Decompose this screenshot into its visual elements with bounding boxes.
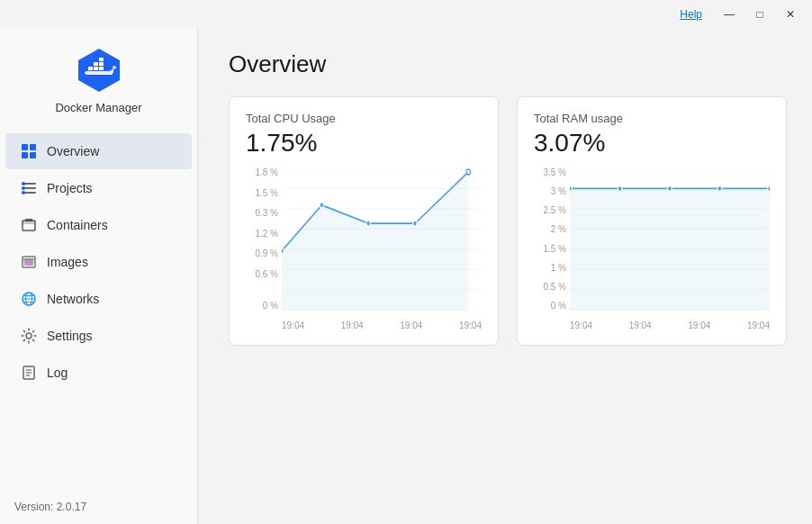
sidebar-item-log[interactable]: Log [5,355,192,391]
main-content: Overview Total CPU Usage 1.75% 1.8 % 1.5… [203,29,812,524]
ram-y-labels: 3.5 % 3 % 2.5 % 2 % 1.5 % 1 % 0.5 % 0 % [534,168,566,311]
ram-y-label-1: 3.5 % [534,168,566,177]
images-icon [20,253,38,271]
svg-marker-43 [282,172,468,311]
svg-rect-6 [99,58,104,61]
log-icon [20,364,38,382]
svg-point-45 [320,203,323,208]
cpu-x-label-4: 19:04 [459,321,482,330]
title-bar-controls: Help — □ ✕ [680,4,805,25]
svg-point-7 [113,66,116,69]
ram-y-label-8: 0 % [534,302,566,311]
cpu-y-label-5: 0.9 % [246,249,278,258]
svg-point-47 [413,221,417,226]
ram-x-labels: 19:04 19:04 19:04 19:04 [570,311,770,330]
sidebar-resize-handle[interactable] [198,29,203,524]
ram-y-label-5: 1.5 % [534,245,566,254]
ram-chart-inner [570,168,770,311]
cpu-y-label-4: 1.2 % [246,230,278,239]
cpu-y-label-8: 0 % [246,302,278,311]
cpu-y-label-6: 0.6 % [246,270,278,279]
svg-point-15 [22,182,25,185]
help-link[interactable]: Help [680,8,702,21]
cpu-x-label-1: 19:04 [282,321,304,330]
ram-chart-title: Total RAM usage [534,112,770,125]
svg-point-44 [282,248,284,254]
svg-rect-3 [99,67,104,70]
docker-logo-icon [76,47,122,94]
svg-marker-57 [570,188,770,311]
cpu-chart-svg [282,168,482,311]
sidebar-item-images[interactable]: Images [5,244,192,280]
cpu-x-label-2: 19:04 [341,321,364,330]
svg-point-59 [618,185,621,191]
cpu-x-labels: 19:04 19:04 19:04 19:04 [282,311,482,330]
svg-point-16 [22,186,25,190]
page-title: Overview [229,50,787,78]
ram-y-label-6: 1 % [534,264,566,273]
svg-rect-2 [94,67,98,70]
sidebar-item-overview[interactable]: Overview [5,133,192,169]
sidebar-networks-label: Networks [47,292,99,306]
maximize-button[interactable]: □ [745,4,774,25]
title-bar: Help — □ ✕ [0,0,812,29]
projects-icon [20,179,38,197]
svg-rect-9 [30,144,36,150]
cpu-chart-inner [282,168,482,311]
sidebar-nav: Overview Projects [0,129,197,490]
cpu-y-labels: 1.8 % 1.5 % 0.3 % 1.2 % 0.9 % 0.6 % 0 % [246,168,278,311]
svg-point-58 [570,185,572,191]
svg-rect-4 [94,62,98,66]
cpu-y-label-2: 1.5 % [246,189,278,198]
svg-point-60 [668,185,672,191]
cpu-chart-value: 1.75% [246,129,482,158]
settings-icon [20,327,38,345]
sidebar-app-name: Docker Manager [55,101,141,114]
sidebar-containers-label: Containers [47,218,108,232]
svg-rect-11 [30,152,36,158]
sidebar-item-containers[interactable]: Containers [5,207,192,243]
ram-x-label-1: 19:04 [570,321,592,330]
ram-x-label-4: 19:04 [747,321,770,330]
cpu-chart-area: 1.8 % 1.5 % 0.3 % 1.2 % 0.9 % 0.6 % 0 % [246,168,482,330]
ram-chart-area: 3.5 % 3 % 2.5 % 2 % 1.5 % 1 % 0.5 % 0 % [534,168,770,330]
ram-y-label-7: 0.5 % [534,283,566,292]
sidebar-log-label: Log [47,366,68,380]
ram-chart-card: Total RAM usage 3.07% 3.5 % 3 % 2.5 % 2 … [517,96,787,346]
svg-point-17 [22,191,25,194]
app-body: Docker Manager Overview [0,29,812,524]
overview-icon [20,142,38,160]
sidebar-footer: Version: 2.0.17 [0,490,197,524]
close-button[interactable]: ✕ [776,4,805,25]
svg-rect-20 [25,219,32,221]
sidebar: Docker Manager Overview [0,29,198,524]
sidebar-item-networks[interactable]: Networks [5,281,192,317]
svg-rect-8 [22,144,28,150]
ram-x-label-2: 19:04 [629,321,652,330]
sidebar-settings-label: Settings [47,329,93,343]
version-label: Version: 2.0.17 [14,501,86,513]
sidebar-images-label: Images [47,255,88,269]
svg-point-30 [26,333,32,339]
containers-icon [20,216,38,234]
cpu-chart-card: Total CPU Usage 1.75% 1.8 % 1.5 % 0.3 % … [229,96,499,346]
sidebar-overview-label: Overview [47,144,99,158]
cpu-chart-title: Total CPU Usage [246,112,482,125]
svg-rect-1 [88,67,93,70]
svg-point-61 [717,185,721,191]
cpu-y-label-1: 1.8 % [246,168,278,177]
sidebar-item-projects[interactable]: Projects [5,170,192,206]
ram-y-label-2: 3 % [534,187,566,196]
sidebar-projects-label: Projects [47,181,93,195]
sidebar-item-settings[interactable]: Settings [5,318,192,354]
networks-icon [20,290,38,308]
cpu-x-label-3: 19:04 [400,321,422,330]
cpu-y-label-3: 0.3 % [246,209,278,218]
svg-rect-10 [22,152,28,158]
ram-x-label-3: 19:04 [688,321,710,330]
ram-chart-svg [570,168,770,311]
minimize-button[interactable]: — [715,4,744,25]
svg-point-48 [466,169,470,175]
ram-y-label-3: 2.5 % [534,206,566,215]
svg-point-62 [768,185,770,191]
